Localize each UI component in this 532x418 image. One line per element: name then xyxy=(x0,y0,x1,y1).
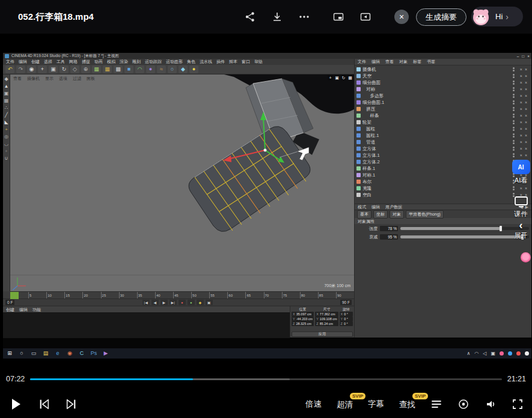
attribute-tab[interactable]: 平滑着色(Phong) xyxy=(406,210,444,219)
light-icon[interactable]: ● xyxy=(189,65,198,73)
visibility-dots-icon[interactable] xyxy=(513,74,515,78)
rotation-field[interactable]: Y0 ° xyxy=(340,317,353,321)
autokey-icon[interactable]: ▣ xyxy=(206,300,213,305)
material-menu-item[interactable]: 功能 xyxy=(32,307,41,312)
goto-end-icon[interactable]: ▶| xyxy=(170,300,177,305)
coord-system-icon[interactable]: ⊕ xyxy=(81,65,90,73)
environment-icon[interactable]: ○ xyxy=(168,65,177,73)
visibility-dots-icon[interactable] xyxy=(513,87,515,91)
slider-value-field[interactable]: 78 % xyxy=(380,226,398,231)
object-row[interactable]: 对称.1 ×× xyxy=(355,172,531,178)
c4d-menu-item[interactable]: 角色 xyxy=(187,59,195,65)
object-row[interactable]: 布尔 ×× xyxy=(355,178,531,185)
zoom-view-icon[interactable]: ▣ xyxy=(334,75,340,80)
snap-icon[interactable]: ◡ xyxy=(4,142,8,147)
viewport-filter-icon[interactable]: ◎ xyxy=(4,135,8,139)
render-settings-icon[interactable]: ▩ xyxy=(114,65,123,73)
search-icon[interactable]: ○ xyxy=(17,350,26,358)
object-row[interactable]: 样条 ×× xyxy=(355,112,531,119)
close-button[interactable]: × xyxy=(394,10,409,24)
generate-summary-button[interactable]: 生成摘要 xyxy=(416,8,466,26)
attribute-tab[interactable]: 对象 xyxy=(390,210,404,219)
viewport-menu-item[interactable]: 面板 xyxy=(87,76,95,80)
c4d-menu-item[interactable]: 插件 xyxy=(216,59,225,65)
camera-icon[interactable]: ◆ xyxy=(179,65,188,73)
minimize-icon[interactable]: – xyxy=(517,54,519,58)
scale-icon[interactable]: ▣ xyxy=(49,65,58,73)
quality-button[interactable]: 超清 xyxy=(337,399,353,410)
timeline-playhead[interactable] xyxy=(10,292,19,299)
keyframe-icon[interactable]: ◆ xyxy=(197,300,204,305)
c4d-menu-item[interactable]: 工具 xyxy=(57,59,65,65)
tag-marks-icon[interactable]: ×× xyxy=(516,186,530,190)
subtitle-button[interactable]: 字幕 xyxy=(368,399,384,410)
c4d-menu-item[interactable]: 模拟 xyxy=(107,59,115,65)
visibility-dots-icon[interactable] xyxy=(513,186,515,190)
tag-marks-icon[interactable]: ×× xyxy=(516,127,530,131)
edge-icon[interactable]: e xyxy=(54,350,62,358)
subdivision-surface-icon[interactable]: ● xyxy=(146,65,155,73)
play-button[interactable] xyxy=(8,397,23,411)
visibility-dots-icon[interactable] xyxy=(513,127,515,131)
tag-marks-icon[interactable]: ×× xyxy=(516,147,530,151)
attribute-menu-item[interactable]: 模式 xyxy=(358,204,366,210)
pip-button[interactable] xyxy=(330,8,347,25)
ai-watch-button[interactable]: AI AI看 xyxy=(510,160,532,185)
attribute-menu-item[interactable]: 用户数据 xyxy=(385,204,402,210)
material-menu-item[interactable]: 创建 xyxy=(6,307,14,312)
viewport-menu-item[interactable]: 查看 xyxy=(13,76,22,80)
slider-value-field[interactable]: 95 % xyxy=(380,234,398,240)
window-close-icon[interactable]: × xyxy=(527,54,530,58)
toggle-view-icon[interactable]: ▦ xyxy=(347,75,353,80)
attribute-menu-item[interactable]: 编辑 xyxy=(371,204,380,210)
object-manager-menu-item[interactable]: 编辑 xyxy=(371,59,380,65)
share-button[interactable] xyxy=(242,8,258,25)
polygons-mode-icon[interactable]: ◣ xyxy=(4,120,8,125)
c4d-menu-item[interactable]: 帮助 xyxy=(254,59,263,65)
tag-marks-icon[interactable]: ×× xyxy=(516,153,530,157)
size-field[interactable]: X77.362 cm xyxy=(315,312,338,317)
timeline-ruler[interactable]: 051015202530354045505560657075808590 xyxy=(10,291,354,298)
visibility-dots-icon[interactable] xyxy=(513,107,515,111)
apply-button[interactable]: 应用 xyxy=(292,332,353,337)
c4d-menu-item[interactable]: 运动图形 xyxy=(166,59,183,65)
lock-icon[interactable]: ▫ xyxy=(5,149,7,154)
object-row[interactable]: 样条.1 ×× xyxy=(355,165,531,172)
live-selection-icon[interactable]: ◉ xyxy=(27,65,36,73)
rotation-field[interactable]: X0 ° xyxy=(340,312,353,317)
tag-marks-icon[interactable]: ×× xyxy=(516,100,530,104)
more-button[interactable] xyxy=(296,8,313,25)
visibility-dots-icon[interactable] xyxy=(513,94,515,98)
undo-icon[interactable]: ↶ xyxy=(5,65,14,73)
c4d-menu-item[interactable]: 捕捉 xyxy=(82,59,90,65)
tray-network-icon[interactable]: ◠ xyxy=(474,351,478,356)
tray-up-icon[interactable]: ∧ xyxy=(466,351,470,356)
model-mode-icon[interactable]: ▲ xyxy=(4,84,9,89)
object-row[interactable]: 细分曲面 ×× xyxy=(355,79,531,86)
prev-frame-icon[interactable]: ◀ xyxy=(151,300,159,305)
expand-button[interactable]: ‹ 展开 xyxy=(510,221,532,240)
fullscreen-button[interactable] xyxy=(512,398,524,410)
c4d-menu-item[interactable]: 渲染 xyxy=(120,59,128,65)
redo-icon[interactable]: ↷ xyxy=(16,65,25,73)
speed-button[interactable]: 倍速 xyxy=(305,399,322,410)
magnet-icon[interactable]: ∪ xyxy=(5,156,8,161)
c4d-menu-item[interactable]: 文件 xyxy=(6,59,14,65)
tag-marks-icon[interactable]: ×× xyxy=(516,67,530,71)
object-row[interactable]: 细分曲面.1 ×× xyxy=(355,99,531,106)
start-icon[interactable]: ⊞ xyxy=(5,350,14,358)
visibility-dots-icon[interactable] xyxy=(513,153,515,157)
object-row[interactable]: 天空 ×× xyxy=(355,73,531,79)
object-manager-menu-item[interactable]: 对象 xyxy=(399,59,408,65)
visibility-dots-icon[interactable] xyxy=(513,67,515,71)
object-row[interactable]: 立方体.2 ×× xyxy=(355,159,531,165)
tag-marks-icon[interactable]: ×× xyxy=(516,87,530,91)
rotation-field[interactable]: Z0 ° xyxy=(340,321,353,326)
position-field[interactable]: Z28.325 cm xyxy=(292,321,314,326)
recorder-pause-icon[interactable] xyxy=(508,351,512,356)
c4d-menu-item[interactable]: 运动跟踪 xyxy=(145,59,162,65)
workplane-icon[interactable]: ▦ xyxy=(4,98,9,103)
recorder-settings-icon[interactable] xyxy=(525,351,529,356)
object-row[interactable]: 管道 ×× xyxy=(355,139,531,145)
tray-ime-icon[interactable]: ▣ xyxy=(491,351,495,356)
